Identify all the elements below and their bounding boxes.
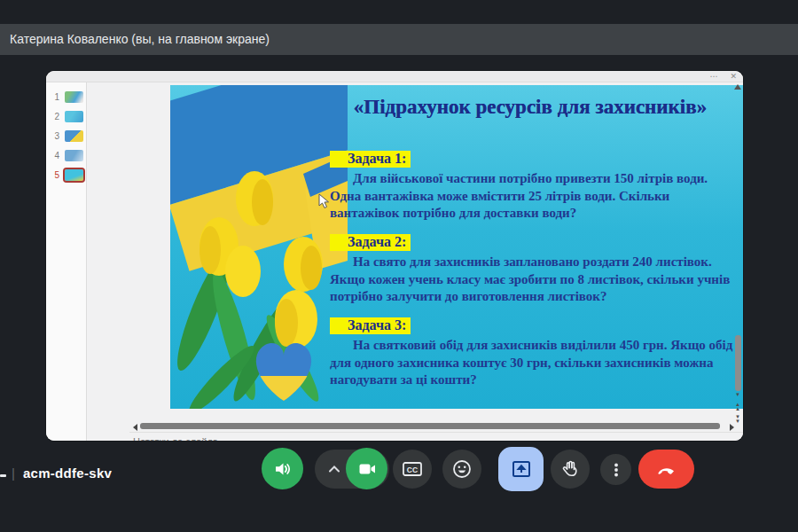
horizontal-scrollbar[interactable] [133, 423, 724, 430]
speaker-icon [272, 458, 293, 480]
more-options-icon [608, 462, 624, 478]
slide-thumbnail-3[interactable]: 3 [52, 129, 86, 143]
camera-button[interactable] [346, 448, 387, 489]
slide-thumbnail-2[interactable]: 2 [52, 110, 86, 123]
window-titlebar: ⋯ ✕ [46, 71, 743, 82]
end-call-button[interactable] [638, 450, 694, 489]
more-options-button[interactable] [600, 454, 631, 485]
slide-number: 4 [52, 151, 59, 160]
slide-number: 3 [52, 131, 59, 141]
scroll-up-arrow-icon[interactable] [734, 84, 741, 90]
slide-thumbnail-image [65, 130, 83, 142]
captions-button[interactable]: CC [393, 450, 432, 489]
hand-icon [559, 458, 581, 480]
next-slide-button[interactable]: ▼▼ [733, 415, 742, 424]
slide-thumbnail-image [65, 111, 83, 122]
slide-thumbnail-image [65, 150, 83, 161]
task-2: Задача 2: На свято для захисників заплан… [330, 234, 743, 306]
presenter-banner: Катерина Коваленко (вы, на главном экран… [0, 24, 798, 55]
slide-notes-placeholder[interactable]: Нотатки до слайда [133, 436, 218, 441]
captions-icon: CC [401, 458, 424, 481]
current-slide[interactable]: «Підрахунок ресурсів для захисників» Зад… [170, 85, 743, 409]
slide-thumbnail-4[interactable]: 4 [52, 149, 86, 162]
task-2-text: На свято для захисників заплановано розд… [330, 254, 743, 306]
slide-title: «Підрахунок ресурсів для захисників» [303, 96, 743, 119]
reactions-button[interactable] [442, 450, 481, 489]
task-3: Задача 3: На святковий обід для захисник… [330, 317, 743, 389]
emoji-icon [450, 458, 473, 481]
divider: | [12, 466, 15, 481]
present-screen-button[interactable] [498, 447, 544, 491]
slide-thumbnail-image [65, 169, 83, 181]
scroll-right-arrow-icon[interactable] [730, 424, 734, 431]
task-2-label: Задача 2: [330, 234, 411, 251]
meet-screen: Катерина Коваленко (вы, на главном экран… [0, 0, 798, 532]
task-3-text: На святковий обід для захисників виділил… [330, 337, 743, 389]
svg-text:CC: CC [407, 466, 418, 474]
slide-number: 2 [52, 112, 59, 121]
task-1-label: Задача 1: [330, 151, 411, 168]
horizontal-scrollbar-thumb[interactable] [140, 423, 720, 429]
raise-hand-button[interactable] [551, 450, 590, 489]
camera-icon [356, 458, 378, 480]
slide-thumbnail-5-selected[interactable]: 5 [52, 168, 86, 182]
presentation-window: ⋯ ✕ 1 2 3 4 5 [46, 71, 743, 441]
clipped-text-fragment [0, 474, 6, 477]
window-menu-icon[interactable]: ⋯ [703, 72, 724, 81]
slide-number: 5 [52, 170, 59, 180]
previous-slide-button[interactable]: ▲▲ [733, 403, 742, 411]
task-1: Задача 1: Для військової частини потрібн… [330, 151, 743, 223]
present-screen-icon [510, 458, 533, 481]
vertical-scrollbar-thumb[interactable] [735, 335, 741, 391]
notes-divider [129, 432, 743, 433]
chevron-up-icon[interactable] [328, 465, 340, 473]
slide-number: 1 [52, 92, 59, 102]
flag-tulips-photo [170, 85, 348, 409]
meeting-code: acm-ddfe-skv [23, 466, 112, 481]
end-call-icon [655, 458, 678, 481]
task-3-label: Задача 3: [330, 317, 411, 334]
task-1-text: Для військової частини потрібно привезти… [330, 170, 743, 223]
meeting-info: | acm-ddfe-skv [0, 464, 112, 481]
audio-button[interactable] [262, 448, 303, 489]
scroll-down-arrow-icon[interactable]: ▼ [733, 393, 742, 397]
slide-thumbnail-1[interactable]: 1 [52, 90, 86, 104]
scroll-left-arrow-icon[interactable] [133, 424, 137, 431]
mouse-cursor [317, 193, 330, 209]
slide-thumbnail-panel: 1 2 3 4 5 [46, 82, 87, 441]
slide-thumbnail-image [65, 91, 83, 103]
close-icon[interactable]: ✕ [724, 72, 743, 81]
editor-canvas: «Підрахунок ресурсів для захисників» Зад… [88, 82, 743, 441]
